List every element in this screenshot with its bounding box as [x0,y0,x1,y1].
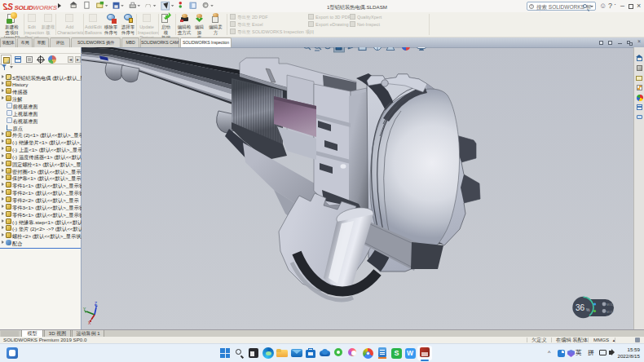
svg-text:MOD: MOD [607,311,614,314]
svg-text:36: 36 [576,303,585,312]
svg-text:%: % [586,307,590,312]
svg-text:Z: Z [95,301,97,306]
svg-text:MOD: MOD [607,303,614,307]
